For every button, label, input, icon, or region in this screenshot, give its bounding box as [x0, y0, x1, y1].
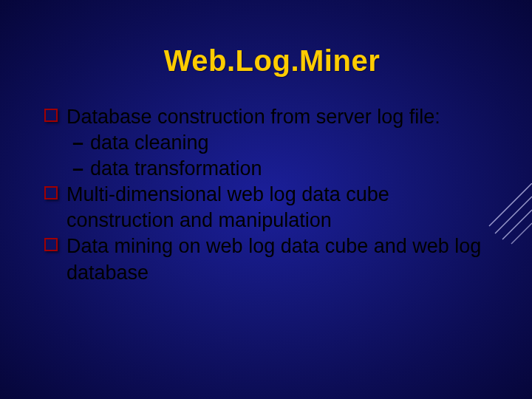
slide-title: Web.Log.Miner: [44, 44, 499, 78]
list-item-text: Data mining on web log data cube and web…: [66, 235, 481, 283]
slide: Web.Log.Miner Database construction from…: [0, 0, 532, 399]
svg-line-1: [495, 197, 532, 233]
list-item: Database construction from server log fi…: [44, 104, 499, 130]
svg-line-2: [502, 210, 532, 239]
square-bullet-icon: [44, 186, 58, 200]
list-item: Multi-dimensional web log data cube cons…: [44, 182, 499, 233]
list-subitem: – data transformation: [44, 156, 499, 182]
list-item-text: Database construction from server log fi…: [66, 106, 440, 128]
svg-line-3: [511, 223, 532, 244]
list-subitem-text: data transformation: [90, 157, 262, 180]
list-subitem: – data cleaning: [44, 130, 499, 156]
square-bullet-icon: [44, 109, 58, 122]
list-item: Data mining on web log data cube and web…: [44, 233, 499, 285]
dash-bullet-icon: –: [72, 156, 83, 182]
list-subitem-text: data cleaning: [90, 132, 209, 154]
slide-body: Database construction from server log fi…: [44, 104, 499, 286]
square-bullet-icon: [44, 238, 58, 251]
list-item-text: Multi-dimensional web log data cube cons…: [66, 183, 389, 231]
dash-bullet-icon: –: [72, 130, 83, 156]
